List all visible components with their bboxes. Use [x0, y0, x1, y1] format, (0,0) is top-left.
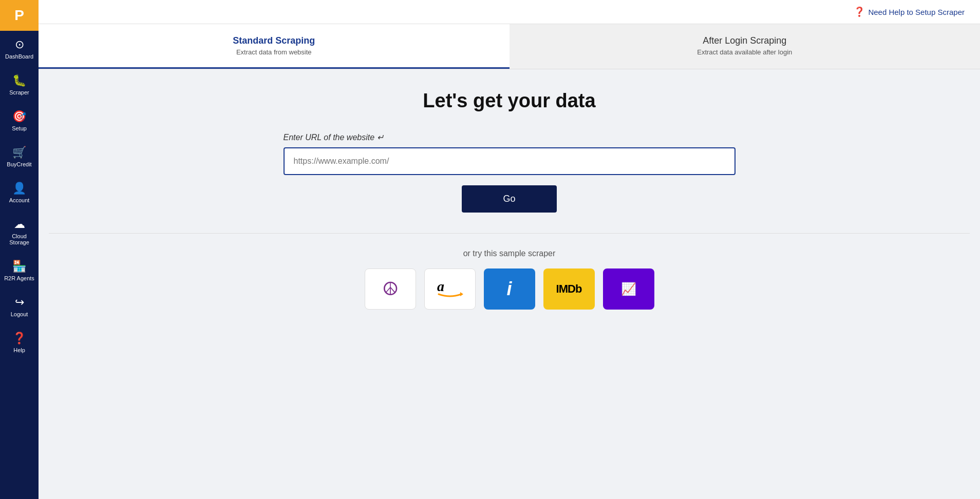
logo: P	[0, 0, 39, 31]
sample-label: or try this sample scraper	[463, 249, 556, 258]
logo-letter: P	[14, 7, 24, 24]
sidebar-item-logout[interactable]: ↪ Logout	[0, 289, 39, 324]
sample-icon-peace[interactable]: ☮	[365, 268, 416, 310]
sidebar-item-help[interactable]: ❓ Help	[0, 324, 39, 360]
account-label: Account	[9, 197, 30, 203]
buycredit-label: BuyCredit	[7, 161, 31, 167]
dashboard-label: DashBoard	[5, 53, 33, 60]
logout-label: Logout	[11, 311, 28, 317]
sample-icon-amazon[interactable]: a	[424, 268, 476, 310]
chart-icon: 📈	[621, 282, 636, 296]
url-label: Enter URL of the website ↵	[284, 132, 736, 142]
info-letter-icon: i	[506, 278, 512, 300]
main-content: ❓ Need Help to Setup Scraper Standard Sc…	[39, 0, 980, 499]
sidebar-item-account[interactable]: 👤 Account	[0, 175, 39, 210]
setup-icon: 🎯	[12, 110, 26, 123]
svg-text:a: a	[437, 278, 444, 294]
setup-label: Setup	[12, 125, 27, 131]
go-button[interactable]: Go	[462, 185, 556, 213]
sidebar-item-r2ragents[interactable]: 🏪 R2R Agents	[0, 253, 39, 289]
tab-standard-subtitle: Extract data from website	[49, 48, 499, 56]
help-icon: ❓	[12, 332, 26, 345]
divider	[49, 233, 970, 234]
help-link[interactable]: ❓ Need Help to Setup Scraper	[854, 6, 965, 17]
sample-icon-info[interactable]: i	[484, 268, 535, 310]
tab-afterlogin-subtitle: Extract data available after login	[520, 48, 970, 56]
r2ragents-icon: 🏪	[12, 260, 26, 273]
sidebar-item-setup[interactable]: 🎯 Setup	[0, 103, 39, 139]
cloudstorage-icon: ☁	[14, 218, 25, 231]
dashboard-icon: ⊙	[15, 38, 24, 51]
sample-icon-yahoo[interactable]: 📈	[603, 268, 654, 310]
help-circle-icon: ❓	[854, 6, 865, 17]
url-input[interactable]	[284, 147, 736, 175]
tab-standard[interactable]: Standard Scraping Extract data from webs…	[39, 24, 510, 69]
tab-afterlogin[interactable]: After Login Scraping Extract data availa…	[510, 24, 981, 69]
scraper-icon: 🐛	[12, 74, 26, 87]
account-icon: 👤	[12, 182, 26, 195]
cloudstorage-label: Cloud Storage	[3, 233, 36, 245]
help-label: Help	[13, 347, 25, 353]
sample-section: or try this sample scraper ☮ a	[49, 249, 970, 310]
tab-standard-title: Standard Scraping	[49, 35, 499, 46]
r2ragents-label: R2R Agents	[4, 275, 34, 281]
sidebar-item-buycredit[interactable]: 🛒 BuyCredit	[0, 139, 39, 175]
tab-bar: Standard Scraping Extract data from webs…	[39, 24, 980, 69]
tab-afterlogin-title: After Login Scraping	[520, 35, 970, 46]
help-text: Need Help to Setup Scraper	[868, 8, 965, 16]
svg-marker-1	[460, 292, 463, 296]
url-section: Enter URL of the website ↵ Go	[284, 132, 736, 213]
content-area: Let's get your data Enter URL of the web…	[39, 69, 980, 330]
imdb-text-icon: IMDb	[556, 282, 582, 296]
scraper-label: Scraper	[9, 89, 29, 95]
sidebar-item-cloudstorage[interactable]: ☁ Cloud Storage	[0, 210, 39, 253]
amazon-logo-icon: a	[435, 277, 465, 301]
sidebar: P ⊙ DashBoard 🐛 Scraper 🎯 Setup 🛒 BuyCre…	[0, 0, 39, 499]
sample-icons: ☮ a i	[365, 268, 654, 310]
main-heading: Let's get your data	[423, 90, 595, 112]
sidebar-item-dashboard[interactable]: ⊙ DashBoard	[0, 31, 39, 67]
yahoo-logo-icon: 📈	[621, 282, 636, 296]
header: ❓ Need Help to Setup Scraper	[39, 0, 980, 24]
buycredit-icon: 🛒	[12, 146, 26, 159]
sidebar-item-scraper[interactable]: 🐛 Scraper	[0, 67, 39, 103]
logout-icon: ↪	[15, 296, 24, 309]
sample-icon-imdb[interactable]: IMDb	[543, 268, 595, 310]
peace-symbol-icon: ☮	[382, 278, 399, 300]
